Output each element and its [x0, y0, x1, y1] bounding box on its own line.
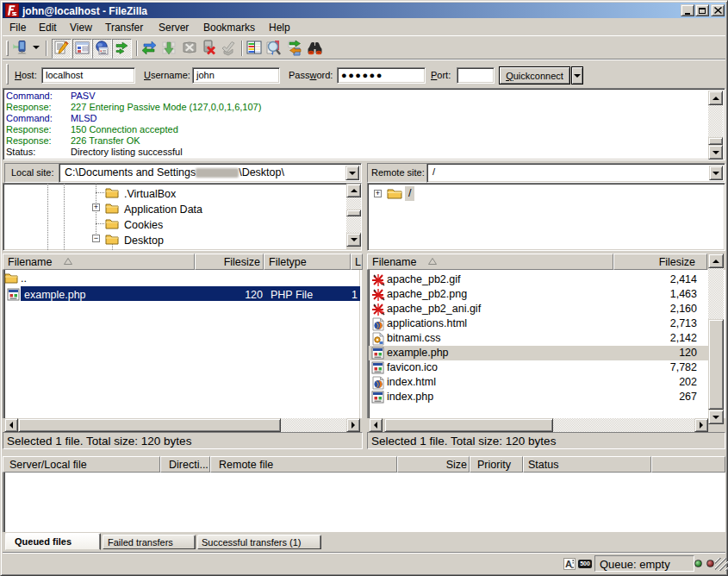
svg-text:A: A	[565, 559, 572, 569]
